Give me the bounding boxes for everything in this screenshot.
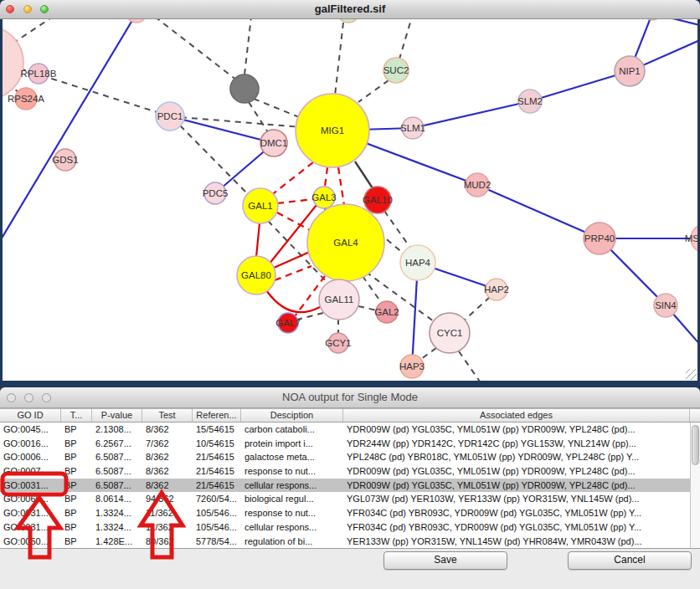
cell-p_value[interactable]: 6.5087... <box>92 479 142 493</box>
cell-description[interactable]: biological regul... <box>241 492 343 506</box>
graph-edge-dark[interactable] <box>355 161 374 191</box>
cell-type[interactable]: BP <box>61 535 92 549</box>
graph-edge-gray[interactable] <box>358 80 389 102</box>
table-row-2[interactable]: GO:0006...BP6.5087...8/36221/54615galact… <box>0 450 700 464</box>
cell-go_id[interactable]: GO:0016... <box>0 437 61 451</box>
cell-test[interactable]: 94/362 <box>142 492 193 506</box>
graph-edge-gray[interactable] <box>459 351 480 381</box>
graph-edge-gray[interactable] <box>463 297 490 321</box>
graph-edge-gray[interactable] <box>249 102 268 132</box>
column-header-description[interactable]: Desciption <box>241 409 343 422</box>
graph-edge-gray[interactable] <box>244 18 251 74</box>
cell-reference[interactable]: 21/54615 <box>193 464 241 479</box>
table-row-7[interactable]: GO:0031...BP1.3324...11/362105/546...cel… <box>0 520 700 535</box>
scrollbar-thumb[interactable] <box>692 425 699 465</box>
table-row-4[interactable]: GO:0031...BP6.5087...8/36221/54615cellul… <box>0 479 700 493</box>
resize-grip-icon[interactable] <box>686 369 697 380</box>
cell-test[interactable]: 7/362 <box>142 437 193 451</box>
cell-type[interactable]: BP <box>61 479 92 493</box>
node-gray-unlabeled[interactable] <box>230 74 259 103</box>
column-header-type[interactable]: T... <box>61 409 92 422</box>
cell-description[interactable]: carbon cataboli... <box>241 423 343 437</box>
graph-edge-blue[interactable] <box>3 18 136 241</box>
graph-edge-gray[interactable] <box>421 348 436 359</box>
table-row-5[interactable]: GO:0065...BP8.0614...94/3627260/54...bio… <box>0 492 700 506</box>
cell-description[interactable]: protein import i... <box>241 437 343 451</box>
column-header-p_value[interactable]: P-value <box>92 409 142 422</box>
save-button[interactable]: Save <box>383 551 507 570</box>
noa-window-titlebar[interactable]: NOA output for Single Mode <box>0 387 700 408</box>
cell-reference[interactable]: 21/54615 <box>193 450 241 464</box>
cell-p_value[interactable]: 1.3324... <box>92 520 142 535</box>
cell-associated_edges[interactable]: YFR034C (pd) YBR093C, YDR009W (pd) YGL03… <box>343 506 690 520</box>
vertical-scrollbar[interactable] <box>690 423 700 549</box>
cell-associated_edges[interactable]: YER133W (pp) YOR315W, YNL145W (pd) YHR08… <box>343 535 690 549</box>
cell-reference[interactable]: 15/54615 <box>193 423 241 437</box>
graph-edge-gray[interactable] <box>384 211 412 250</box>
graph-edge-gray[interactable] <box>155 18 237 80</box>
cell-go_id[interactable]: GO:0031... <box>0 506 61 520</box>
table-row-3[interactable]: GO:0007...BP6.5087...8/36221/54615respon… <box>0 464 700 479</box>
cell-type[interactable]: BP <box>61 520 92 535</box>
graph-edge-blue[interactable] <box>477 185 600 238</box>
cell-go_id[interactable]: GO:0050... <box>0 535 61 549</box>
graph-edge-reddash[interactable] <box>270 162 313 196</box>
cell-description[interactable]: response to nut... <box>241 506 343 520</box>
cell-type[interactable]: BP <box>61 423 92 437</box>
cell-associated_edges[interactable]: YDR009W (pd) YGL035C, YML051W (pp) YDR00… <box>343 464 690 479</box>
cell-description[interactable]: response to nut... <box>241 464 343 479</box>
cell-p_value[interactable]: 2.1308... <box>92 423 142 437</box>
graph-edge-reddash[interactable] <box>275 266 311 280</box>
node-unlabeled-left[interactable] <box>3 26 23 100</box>
cell-reference[interactable]: 105/546... <box>193 520 241 535</box>
graph-edge-reddash[interactable] <box>325 167 327 187</box>
graph-edge-gray[interactable] <box>254 99 303 119</box>
cell-go_id[interactable]: GO:0006... <box>0 450 61 464</box>
graph-edge-blue[interactable] <box>413 101 530 128</box>
cell-associated_edges[interactable]: YDR009W (pd) YGL035C, YML051W (pp) YDR00… <box>343 479 690 493</box>
table-row-6[interactable]: GO:0031...BP1.3324...11/362105/546...res… <box>0 506 700 520</box>
table-row-8[interactable]: GO:0050...BP1.428E...80/3625778/54...reg… <box>0 535 700 549</box>
cell-associated_edges[interactable]: YPL248C (pd) YBR018C, YML051W (pp) YDR00… <box>343 450 690 464</box>
cancel-button[interactable]: Cancel <box>568 551 692 570</box>
table-row-0[interactable]: GO:0045...BP2.1308...8/36215/54615carbon… <box>0 423 700 437</box>
graph-edge-red[interactable] <box>274 252 310 268</box>
graph-edge-red[interactable] <box>266 290 320 312</box>
network-canvas[interactable]: RPL18BRPS24AGDS1PDC1DMC1MIG1SUC2SLM1SLM2… <box>3 18 697 381</box>
cell-test[interactable]: 8/362 <box>142 450 193 464</box>
cell-test[interactable]: 8/362 <box>142 464 193 479</box>
cell-reference[interactable]: 10/54615 <box>193 437 241 451</box>
column-header-test[interactable]: Test <box>142 409 193 422</box>
column-header-associated_edges[interactable]: Associated edges <box>343 409 690 422</box>
graph-edge-gray[interactable] <box>13 18 55 44</box>
cell-description[interactable]: cellular respons... <box>241 520 343 535</box>
graph-edge-gray[interactable] <box>297 313 323 320</box>
cell-p_value[interactable]: 1.428E... <box>92 535 142 549</box>
graph-edge-reddash[interactable] <box>277 199 314 203</box>
cell-test[interactable]: 80/362 <box>142 535 193 549</box>
cell-type[interactable]: BP <box>61 506 92 520</box>
graph-edge-gray[interactable] <box>363 276 383 305</box>
cell-associated_edges[interactable]: YDR009W (pd) YGL035C, YML051W (pp) YDR00… <box>343 423 690 437</box>
cell-description[interactable]: regulation of bi... <box>241 535 343 549</box>
cell-p_value[interactable]: 6.2567... <box>92 437 142 451</box>
cell-p_value[interactable]: 1.3324... <box>92 506 142 520</box>
cell-p_value[interactable]: 6.5087... <box>92 450 142 464</box>
cell-p_value[interactable]: 8.0614... <box>92 492 142 506</box>
cell-go_id[interactable]: GO:0007... <box>0 464 61 479</box>
cell-associated_edges[interactable]: YDR244W (pp) YDR142C, YDR142C (pp) YGL15… <box>343 437 690 451</box>
cell-p_value[interactable]: 6.5087... <box>92 464 142 479</box>
graph-window-titlebar[interactable]: galFiltered.sif <box>0 0 700 19</box>
cell-type[interactable]: BP <box>61 492 92 506</box>
cell-test[interactable]: 8/362 <box>142 479 193 493</box>
cell-associated_edges[interactable]: YGL073W (pd) YER103W, YER133W (pp) YOR31… <box>343 492 690 506</box>
cell-reference[interactable]: 7260/54... <box>193 492 241 506</box>
cell-test[interactable]: 11/362 <box>142 520 193 535</box>
cell-type[interactable]: BP <box>61 464 92 479</box>
cell-reference[interactable]: 21/54615 <box>193 479 241 493</box>
cell-type[interactable]: BP <box>61 437 92 451</box>
column-header-go_id[interactable]: GO ID <box>0 409 61 422</box>
cell-reference[interactable]: 5778/54... <box>193 535 241 549</box>
cell-go_id[interactable]: GO:0031... <box>0 479 61 493</box>
table-row-1[interactable]: GO:0016...BP6.2567...7/36210/54615protei… <box>0 437 700 451</box>
